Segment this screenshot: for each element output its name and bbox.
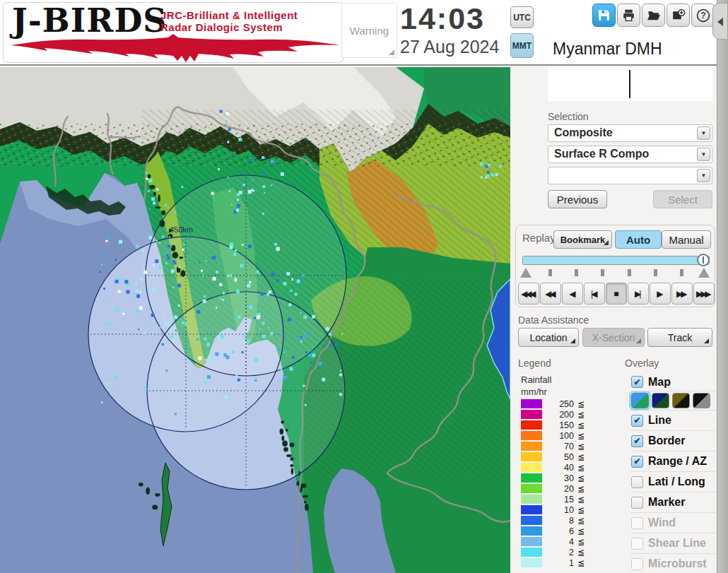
product-type-dropdown[interactable]: Surface R Compo ▼ <box>548 146 712 163</box>
auto-mode-button[interactable]: Auto <box>615 230 662 249</box>
legend-value: 50 <box>542 452 574 462</box>
legend-value: 150 <box>542 420 574 430</box>
legend-value: 1 <box>542 558 574 568</box>
overlay-item-label: Marker <box>648 496 685 509</box>
legend-row: 6≦ <box>521 526 585 536</box>
jbirds-application: J-BIRDS JRC-Brilliant & Intelligent Rada… <box>0 0 728 573</box>
overlay-item-shear-line: Shear Line <box>631 533 716 554</box>
overlay-label: Overlay <box>625 358 659 369</box>
step-forward-button[interactable]: ▶| <box>628 283 649 305</box>
product-category-dropdown[interactable]: Composite ▼ <box>548 124 712 142</box>
checkbox[interactable] <box>631 497 643 509</box>
chevron-down-icon[interactable]: ▼ <box>697 169 710 182</box>
snapshot-button[interactable] <box>667 4 690 27</box>
play-button[interactable]: ▶ <box>650 283 671 305</box>
stop-button[interactable]: ■ <box>606 283 627 305</box>
jump-start-button[interactable]: ◀◀◀ <box>518 283 539 305</box>
range-end-marker[interactable] <box>698 268 710 278</box>
legend-color-swatch <box>521 516 542 525</box>
data-assistance-label: Data Assistance <box>518 314 589 326</box>
overlay-item-label: Shear Line <box>648 537 706 550</box>
map-style-swatch-1[interactable] <box>631 393 649 408</box>
previous-button[interactable]: Previous <box>548 190 607 208</box>
radar-map[interactable]: 450km <box>0 67 510 573</box>
print-button[interactable] <box>617 4 640 27</box>
timeline-tick <box>628 269 631 276</box>
map-style-swatch-2[interactable] <box>652 393 669 408</box>
checkbox[interactable]: ✔ <box>631 376 643 388</box>
message-display[interactable] <box>548 67 712 101</box>
warning-button[interactable]: Warning <box>341 3 397 58</box>
legend-row: 50≦ <box>521 451 585 462</box>
legend-color-swatch <box>521 431 542 440</box>
x-section-button[interactable]: X-Section <box>582 328 645 347</box>
legend-value: 15 <box>542 495 574 504</box>
overlay-item-microburst: Microburst <box>631 554 716 573</box>
checkbox <box>631 517 643 529</box>
legend-color-swatch <box>521 526 542 536</box>
step-back-button[interactable]: |◀ <box>584 283 605 305</box>
overlay-item-lati-long: Lati / Long <box>631 472 716 492</box>
overlay-item-label: Lati / Long <box>648 475 705 488</box>
chevron-down-icon[interactable]: ▼ <box>697 148 710 161</box>
legend-color-swatch <box>521 495 542 504</box>
fast-forward-button[interactable]: ▶▶ <box>671 283 693 305</box>
bookmark-button[interactable]: Bookmark <box>553 230 612 249</box>
jump-end-button[interactable]: ▶▶▶ <box>693 283 715 305</box>
track-button[interactable]: Track <box>647 328 712 347</box>
timeline-tick <box>601 269 604 276</box>
panel-collapse-tab[interactable] <box>712 3 728 40</box>
map-style-swatch-3[interactable] <box>672 393 690 408</box>
lte-symbol: ≦ <box>577 452 585 462</box>
range-ring-label: 450km <box>170 225 193 234</box>
fast-rewind-button[interactable]: ◀◀ <box>540 283 561 305</box>
warning-button-label: Warning <box>350 25 389 37</box>
radar-map-canvas: 450km <box>0 67 510 573</box>
mmt-toggle-button[interactable]: MMT <box>510 33 534 58</box>
manual-mode-button[interactable]: Manual <box>662 230 711 249</box>
checkbox[interactable]: ✔ <box>631 456 643 468</box>
select-button[interactable]: Select <box>653 190 712 208</box>
overlay-item-range-az: ✔Range / AZ <box>631 451 716 472</box>
corner-menu-icon <box>704 338 709 343</box>
open-file-button[interactable] <box>642 4 665 27</box>
control-panel: Myanmar DMH Selection Composite ▼ Surfac… <box>510 66 717 573</box>
overlay-list: ✔Map✔Line✔Border✔Range / AZLati / LongMa… <box>631 373 716 573</box>
product-option-dropdown[interactable]: ▼ <box>548 167 712 184</box>
clock-time: 14:03 <box>400 1 485 36</box>
checkbox[interactable]: ✔ <box>631 435 643 447</box>
legend-value: 30 <box>542 473 574 483</box>
legend-value: 2 <box>542 548 574 557</box>
utc-toggle-button[interactable]: UTC <box>510 6 534 28</box>
corner-menu-icon <box>636 338 641 343</box>
replay-timeline-slider[interactable] <box>522 256 710 265</box>
overlay-item-border: ✔Border <box>631 431 716 451</box>
lte-symbol: ≦ <box>577 463 585 473</box>
corner-menu-icon <box>604 240 609 245</box>
play-reverse-button[interactable]: ◀ <box>562 283 583 305</box>
legend-color-swatch <box>521 399 542 408</box>
overlay-item-label: Border <box>648 435 685 447</box>
save-button[interactable] <box>592 4 616 27</box>
help-button[interactable]: ? <box>691 4 715 27</box>
save-icon <box>597 8 611 23</box>
range-start-marker[interactable] <box>520 268 532 278</box>
checkbox[interactable]: ✔ <box>631 415 643 427</box>
map-style-swatch-4[interactable] <box>693 393 710 408</box>
overlay-item-marker: Marker <box>631 492 716 513</box>
station-title: Myanmar DMH <box>553 40 662 59</box>
slider-handle[interactable] <box>697 254 710 266</box>
checkbox[interactable] <box>631 476 643 488</box>
slider-fill <box>523 256 703 264</box>
chevron-down-icon[interactable]: ▼ <box>697 126 710 140</box>
legend-row: 2≦ <box>521 547 585 557</box>
location-button[interactable]: Location <box>518 328 579 347</box>
legend-value: 70 <box>542 442 574 451</box>
panel-scroll-strip[interactable] <box>717 0 728 573</box>
legend-row: 150≦ <box>521 420 585 430</box>
legend-value: 250 <box>542 399 574 409</box>
legend-value: 40 <box>542 463 574 473</box>
legend-row: 100≦ <box>521 430 585 441</box>
legend-color-swatch <box>521 463 542 472</box>
lte-symbol: ≦ <box>577 473 585 483</box>
